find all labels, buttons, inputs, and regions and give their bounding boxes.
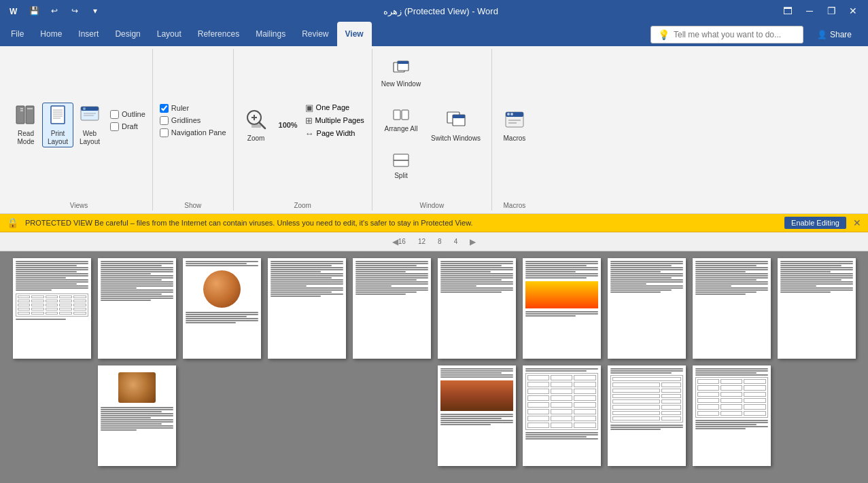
text-line	[695, 279, 757, 281]
tab-home[interactable]: Home	[32, 22, 70, 46]
text-line	[440, 277, 513, 279]
page-thumbnail-3[interactable]	[183, 258, 261, 359]
word-icon: W	[5, 3, 22, 19]
text-line	[101, 415, 173, 416]
text-line	[525, 368, 598, 370]
svg-rect-32	[453, 115, 465, 118]
page-thumbnail-8[interactable]	[608, 258, 686, 359]
protected-view-text: PROTECTED VIEW Be careful – files from t…	[25, 219, 778, 227]
close-protected-bar-button[interactable]: ✕	[853, 217, 861, 228]
macros-button[interactable]: Macros	[498, 103, 532, 147]
page-thumbnail-4[interactable]	[268, 258, 346, 359]
page-thumbnail-2[interactable]	[98, 258, 176, 359]
multiple-pages-button[interactable]: ⊞ Multiple Pages	[303, 115, 366, 126]
ruler-left-arrow[interactable]: ◀	[392, 237, 398, 247]
text-line	[440, 372, 502, 374]
text-line	[186, 261, 258, 262]
page-thumbnail-13[interactable]	[523, 365, 601, 466]
document-area[interactable]	[0, 251, 868, 483]
zoom-button[interactable]: Zoom	[239, 103, 273, 147]
arrange-all-button[interactable]: Arrange All	[378, 98, 424, 143]
window-group-label: Window	[372, 202, 491, 209]
zoom-percent-button[interactable]: 100%	[275, 103, 302, 147]
tell-me-input[interactable]	[674, 30, 796, 39]
web-layout-button[interactable]: WebLayout	[75, 103, 105, 147]
page-thumbnail-5[interactable]	[353, 258, 431, 359]
customize-qat-button[interactable]: ▾	[87, 3, 103, 19]
page-thumbnail-14[interactable]	[608, 365, 686, 466]
text-line	[440, 273, 513, 274]
enable-editing-button[interactable]: Enable Editing	[784, 217, 846, 229]
minimize-button[interactable]: ─	[800, 1, 819, 20]
page-thumbnail-1[interactable]	[13, 258, 91, 359]
gridlines-checkbox[interactable]: Gridlines	[158, 115, 228, 126]
one-page-icon: ▣	[305, 103, 313, 113]
share-button[interactable]: 👤 Share	[809, 26, 860, 43]
save-qat-button[interactable]: 💾	[26, 3, 42, 19]
tab-view[interactable]: View	[337, 22, 372, 46]
ribbon-display-button[interactable]: 🗖	[778, 1, 797, 20]
text-line	[525, 436, 587, 437]
close-button[interactable]: ✕	[844, 1, 863, 20]
page-thumbnail-7[interactable]	[523, 258, 601, 359]
svg-rect-27	[402, 110, 409, 120]
text-line	[101, 263, 173, 264]
zoom-options: ▣ One Page ⊞ Multiple Pages ↔ Page Width	[303, 102, 366, 149]
text-line	[440, 279, 502, 281]
text-line	[440, 414, 513, 415]
undo-qat-button[interactable]: ↩	[46, 3, 63, 19]
tab-insert[interactable]: Insert	[70, 22, 107, 46]
one-page-button[interactable]: ▣ One Page	[303, 102, 366, 113]
tab-design[interactable]: Design	[107, 22, 148, 46]
page-thumbnail-10[interactable]	[778, 258, 856, 359]
lightbulb-icon: 💡	[658, 29, 670, 40]
text-line	[440, 283, 513, 285]
text-line	[101, 281, 173, 283]
draft-checkbox[interactable]: Draft	[109, 122, 147, 132]
text-line	[355, 279, 417, 281]
page-thumbnail-6[interactable]	[438, 258, 516, 359]
tab-references[interactable]: References	[190, 22, 247, 46]
text-line	[610, 273, 683, 274]
text-line	[101, 296, 173, 297]
text-line	[355, 287, 428, 289]
text-line	[16, 289, 52, 291]
page-thumbnail-11[interactable]	[98, 365, 176, 466]
tab-layout[interactable]: Layout	[149, 22, 190, 46]
svg-rect-26	[394, 110, 400, 120]
split-button[interactable]: Split	[378, 144, 424, 189]
ruler-right-arrow[interactable]: ▶	[470, 237, 476, 247]
text-line	[16, 279, 88, 281]
text-line	[525, 273, 598, 274]
text-line	[780, 279, 842, 281]
tab-review[interactable]: Review	[294, 22, 336, 46]
text-line	[695, 281, 768, 283]
text-line	[16, 261, 88, 262]
switch-windows-button[interactable]: Switch Windows	[426, 103, 486, 147]
new-window-icon	[393, 60, 409, 79]
text-line	[355, 275, 428, 276]
restore-button[interactable]: ❐	[822, 1, 841, 20]
views-group-content: ReadMode PrintLayout WebLayout	[11, 52, 147, 208]
outline-checkbox[interactable]: Outline	[109, 109, 147, 120]
print-layout-button[interactable]: PrintLayout	[42, 103, 73, 147]
page-width-button[interactable]: ↔ Page Width	[303, 128, 366, 139]
navigation-pane-checkbox[interactable]: Navigation Pane	[158, 128, 228, 138]
new-window-button[interactable]: New Window	[378, 52, 424, 96]
page-thumbnail-9[interactable]	[693, 258, 771, 359]
tab-mailings[interactable]: Mailings	[247, 22, 294, 46]
text-line	[525, 313, 598, 315]
tell-me-box[interactable]: 💡	[650, 26, 803, 43]
macros-label: Macros	[504, 135, 526, 143]
ruler-label: Ruler	[171, 104, 189, 112]
page-thumbnail-15[interactable]	[693, 365, 771, 466]
page-thumbnail-12[interactable]	[438, 365, 516, 466]
text-line	[271, 289, 343, 291]
read-mode-button[interactable]: ReadMode	[11, 103, 41, 147]
text-line	[101, 265, 162, 266]
text-line	[780, 289, 853, 291]
ruler-checkbox[interactable]: Ruler	[158, 103, 228, 113]
tab-file[interactable]: File	[3, 22, 32, 46]
text-line	[440, 285, 477, 287]
redo-qat-button[interactable]: ↪	[67, 3, 83, 19]
